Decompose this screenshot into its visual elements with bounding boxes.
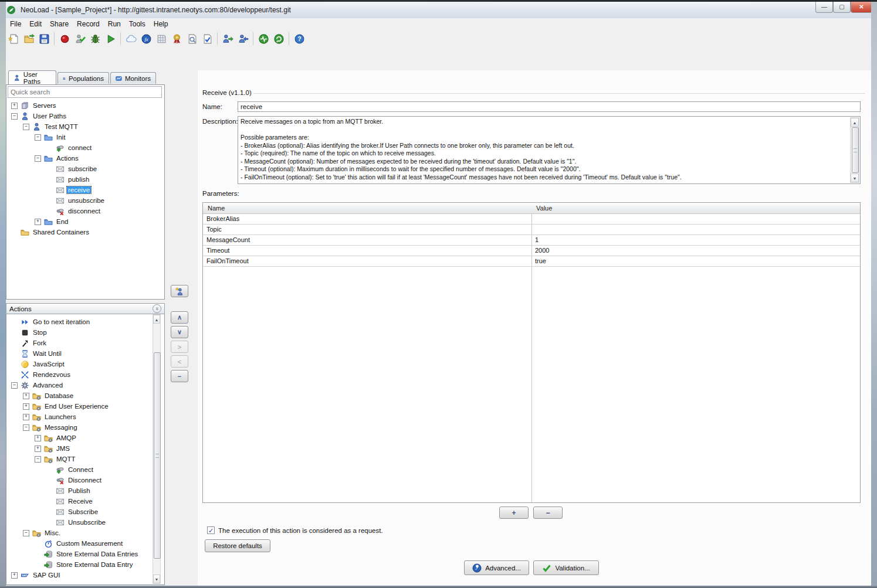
check-project-button[interactable] [199,31,215,46]
menu-file[interactable]: File [6,19,25,29]
save-button[interactable] [36,31,52,46]
description-box[interactable]: Receive messages on a topic from an MQTT… [238,116,861,184]
new-project-button[interactable] [6,31,21,46]
tree-item-go-to-next-iteration[interactable]: Go to next iteration [6,317,153,327]
help-button[interactable]: ? [292,31,307,46]
menu-help[interactable]: Help [150,19,172,29]
parameter-value-cell[interactable] [531,214,860,224]
tree-item-connect[interactable]: Connect [6,464,153,475]
tree-item-end-user-experience[interactable]: +End User Experience [6,401,153,412]
tree-item-subscribe[interactable]: subscribe [6,164,163,174]
tab-user-paths[interactable]: User Paths [8,70,56,84]
expand-toggle-icon[interactable]: + [35,446,41,452]
action-name-input[interactable] [238,101,861,112]
add-user-path-button[interactable] [171,285,188,297]
expand-toggle-icon[interactable]: + [35,219,41,225]
tree-item-connect[interactable]: connect [6,142,163,153]
import-user-button[interactable] [220,31,235,46]
menu-record[interactable]: Record [73,19,104,29]
remove-button[interactable]: − [171,370,188,382]
menu-share[interactable]: Share [46,19,73,29]
parameter-name-cell[interactable]: Topic [203,225,531,234]
tree-item-advanced[interactable]: −Advanced [6,380,153,390]
tree-item-sap-gui[interactable]: +SAPSAP GUI [6,570,153,580]
maximize-button[interactable]: ▢ [833,2,851,13]
parameter-row-messagecount[interactable]: MessageCount1 [203,235,860,246]
remove-parameter-button[interactable]: − [533,507,563,519]
scroll-up-icon[interactable]: ▲ [851,118,859,127]
cloud-button[interactable] [123,31,138,46]
tree-item-actions[interactable]: −Actions [6,153,163,164]
scroll-up-icon[interactable]: ▲ [153,315,160,324]
title-bar[interactable]: NeoLoad - [Sample_Project*] - http://git… [2,2,875,19]
scroll-down-icon[interactable]: ▼ [153,575,160,583]
collapse-toggle-icon[interactable]: − [35,155,41,162]
tree-item-jms[interactable]: +JMS [6,443,153,454]
parameter-row-topic[interactable]: Topic [203,225,860,235]
tree-item-store-external-data-entry[interactable]: Store External Data Entry [6,559,153,570]
actions-scrollbar[interactable]: ▲ ▼ [153,314,161,584]
parameter-name-cell[interactable]: MessageCount [203,235,531,245]
expand-toggle-icon[interactable]: + [35,435,41,441]
tree-item-launchers[interactable]: +Launchers [6,412,153,422]
tree-item-test-mqtt[interactable]: −Test MQTT [6,121,163,132]
tree-item-javascript[interactable]: JavaScript [6,359,153,369]
move-up-button[interactable]: ∧ [171,311,188,324]
tree-item-end[interactable]: +End [6,216,163,227]
parameter-value-cell[interactable] [531,225,860,234]
tree-item-custom-measurement[interactable]: Custom Measurement [6,538,153,549]
collapse-toggle-icon[interactable]: − [35,456,41,463]
minimize-button[interactable]: — [815,2,833,13]
expand-toggle-icon[interactable]: + [23,393,29,399]
tree-item-receive[interactable]: receive [6,185,163,195]
expand-toggle-icon[interactable]: + [23,414,29,420]
verify-button[interactable] [72,31,87,46]
tree-item-amqp[interactable]: +AMQP [6,433,153,443]
tree-item-user-paths[interactable]: −User Paths [6,111,163,121]
open-project-button[interactable] [21,31,36,46]
close-button[interactable]: ✕ [851,2,872,13]
description-scrollbar[interactable]: ▲ ▼ [850,117,859,183]
expand-toggle-icon[interactable]: + [11,103,18,109]
collapse-toggle-icon[interactable]: − [23,530,29,536]
parameter-value-cell[interactable]: true [531,256,860,266]
validation-button[interactable]: Validation... [533,560,599,575]
parameter-row-brokeralias[interactable]: BrokerAlias [203,214,860,225]
quick-search-input[interactable] [8,86,162,98]
collapse-toggle-icon[interactable]: − [35,134,41,141]
tree-item-store-external-data-entries[interactable]: Store External Data Entries [6,549,153,559]
tab-monitors[interactable]: Monitors [110,72,156,84]
tree-item-database[interactable]: +Database [6,390,153,401]
parameter-name-cell[interactable]: BrokerAlias [203,214,531,224]
tree-item-receive[interactable]: Receive [6,496,153,507]
tree-item-misc[interactable]: −Misc. [6,528,153,538]
advanced-button[interactable]: Advanced... [464,560,529,575]
parameter-row-failontimeout[interactable]: FailOnTimeouttrue [203,256,860,267]
move-down-button[interactable]: ∨ [171,326,188,338]
collapse-toggle-icon[interactable]: − [23,424,29,431]
data-tables-button[interactable] [154,31,169,46]
export-user-button[interactable] [235,31,250,46]
tree-item-mqtt[interactable]: −MQTT [6,454,153,464]
tab-populations[interactable]: Populations [57,72,109,84]
tree-item-stop[interactable]: Stop [6,327,153,338]
collapse-chevron-icon[interactable]: » [153,304,161,313]
tree-item-publish[interactable]: publish [6,174,163,185]
expand-toggle-icon[interactable]: + [23,403,29,410]
refresh-repository-button[interactable] [271,31,286,46]
tree-item-shared-containers[interactable]: Shared Containers [6,227,163,237]
tree-item-publish[interactable]: Publish [6,485,153,496]
tree-item-messaging[interactable]: −Messaging [6,422,153,433]
tree-item-unsubscribe[interactable]: Unsubscribe [6,517,153,528]
parameter-name-cell[interactable]: FailOnTimeout [203,256,531,266]
menu-run[interactable]: Run [104,19,125,29]
expand-toggle-icon[interactable]: + [11,572,18,579]
collapse-toggle-icon[interactable]: − [11,113,18,120]
tree-item-disconnect[interactable]: Disconnect [6,475,153,485]
tree-item-servers[interactable]: +Servers [6,100,163,111]
restore-defaults-button[interactable]: Restore defaults [205,539,270,552]
collapse-toggle-icon[interactable]: − [23,124,29,130]
tree-item-rendezvous[interactable]: Rendezvous [6,369,153,380]
monitor-agents-button[interactable] [256,31,271,46]
license-button[interactable] [169,31,184,46]
